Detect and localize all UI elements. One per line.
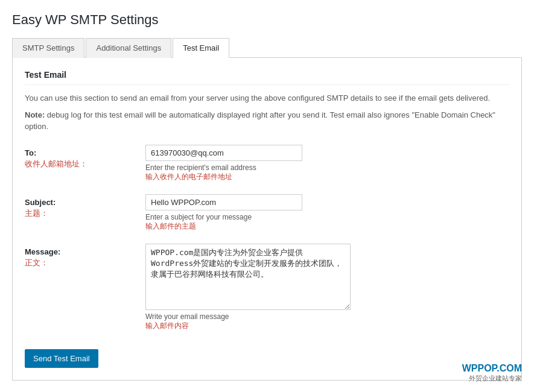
subject-input[interactable] bbox=[145, 194, 302, 210]
to-field-row: To: 收件人邮箱地址： Enter the recipient's email… bbox=[25, 145, 509, 182]
section-title: Test Email bbox=[25, 70, 509, 85]
tab-test-email[interactable]: Test Email bbox=[173, 38, 229, 58]
subject-label-cn: 主题： bbox=[25, 208, 145, 219]
send-button-wrap: Send Test Email bbox=[25, 343, 509, 368]
message-label-col: Message: 正文： bbox=[25, 244, 145, 268]
subject-label-col: Subject: 主题： bbox=[25, 194, 145, 219]
send-test-email-button[interactable]: Send Test Email bbox=[25, 349, 98, 368]
to-label-cn: 收件人邮箱地址： bbox=[25, 159, 145, 169]
to-hint-cn: 输入收件人的电子邮件地址 bbox=[145, 172, 509, 182]
brand-sub: 外贸企业建站专家 bbox=[462, 374, 522, 383]
to-field-col: Enter the recipient's email address 输入收件… bbox=[145, 145, 509, 182]
message-field-col: WPPOP.com是国内专注为外贸企业客户提供WordPress外贸建站的专业定… bbox=[145, 244, 509, 331]
page-title: Easy WP SMTP Settings bbox=[12, 12, 522, 28]
message-textarea[interactable]: WPPOP.com是国内专注为外贸企业客户提供WordPress外贸建站的专业定… bbox=[145, 244, 351, 310]
tabs-nav: SMTP Settings Additional Settings Test E… bbox=[12, 37, 522, 58]
to-label-col: To: 收件人邮箱地址： bbox=[25, 145, 145, 169]
description-text: You can use this section to send an emai… bbox=[25, 92, 509, 104]
note-prefix: Note: bbox=[25, 110, 45, 119]
to-label: To: bbox=[25, 148, 145, 157]
message-hint: Write your email message bbox=[145, 312, 509, 321]
subject-field-row: Subject: 主题： Enter a subject for your me… bbox=[25, 194, 509, 232]
message-label: Message: bbox=[25, 247, 145, 256]
footer-brand: WPPOP.COM 外贸企业建站专家 bbox=[462, 363, 522, 383]
tab-additional-settings[interactable]: Additional Settings bbox=[86, 38, 171, 58]
tab-smtp-settings[interactable]: SMTP Settings bbox=[12, 38, 84, 58]
note-body: debug log for this test email will be au… bbox=[25, 110, 495, 131]
message-label-cn: 正文： bbox=[25, 258, 145, 268]
brand-title: WPPOP.COM bbox=[462, 363, 522, 374]
to-hint: Enter the recipient's email address bbox=[145, 163, 509, 172]
subject-label: Subject: bbox=[25, 198, 145, 207]
subject-hint: Enter a subject for your message bbox=[145, 213, 509, 221]
content-area: Test Email You can use this section to s… bbox=[12, 58, 522, 381]
subject-field-col: Enter a subject for your message 输入邮件的主题 bbox=[145, 194, 509, 232]
subject-hint-cn: 输入邮件的主题 bbox=[145, 221, 509, 232]
note-text: Note: debug log for this test email will… bbox=[25, 109, 509, 133]
message-field-row: Message: 正文： WPPOP.com是国内专注为外贸企业客户提供Word… bbox=[25, 244, 509, 331]
to-input[interactable] bbox=[145, 145, 302, 161]
message-hint-cn: 输入邮件内容 bbox=[145, 321, 509, 331]
